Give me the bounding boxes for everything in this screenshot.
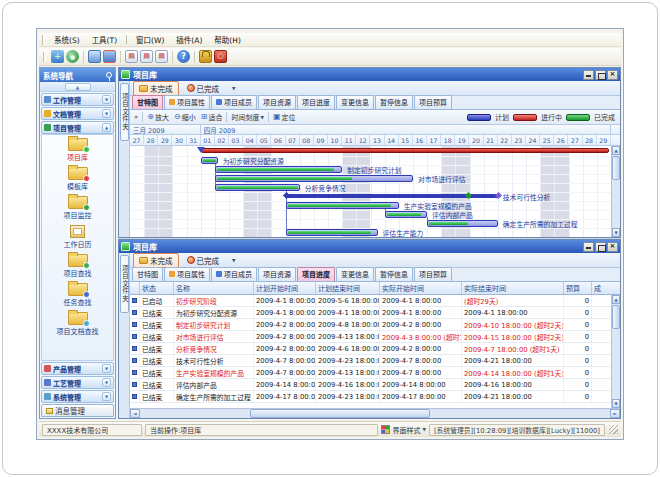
gantt-vertical-scrollbar[interactable]: ▲ ▼ bbox=[611, 146, 620, 237]
subtab-项目资源[interactable]: 项目资源 bbox=[258, 267, 296, 281]
chevron-down-icon[interactable]: ▼ bbox=[102, 392, 111, 401]
resize-grip[interactable] bbox=[609, 425, 618, 434]
gantt-task-bar[interactable] bbox=[286, 229, 378, 236]
doc-check-icon[interactable]: ▤ bbox=[140, 50, 153, 63]
minimize-button[interactable] bbox=[583, 242, 594, 252]
save-icon[interactable] bbox=[103, 50, 116, 63]
sidebar-group-工艺管理[interactable]: 工艺管理▼ bbox=[41, 376, 114, 389]
column-header-名称[interactable]: 名称 bbox=[174, 282, 254, 294]
table-row[interactable]: 已结束制定初步研究计划2009-4-2 8:00:002009-4-8 18:0… bbox=[130, 319, 611, 331]
menu-system[interactable]: 系统(S) bbox=[48, 33, 86, 46]
table-row[interactable]: 已结束为初步研究分配资源2009-4-1 8:00:002009-4-1 18:… bbox=[130, 307, 611, 319]
menubar-grip[interactable] bbox=[42, 35, 45, 45]
gantt-task-bar[interactable] bbox=[215, 184, 300, 191]
chevron-down-icon[interactable]: ▼ bbox=[232, 86, 235, 91]
menu-help[interactable]: 帮助(H) bbox=[208, 33, 247, 46]
restore-button[interactable] bbox=[595, 242, 606, 252]
zoom-in-button[interactable]: ⊕放大 bbox=[146, 112, 170, 122]
subtab-暂停信息[interactable]: 暂停信息 bbox=[375, 267, 413, 281]
exit-icon[interactable]: ○ bbox=[214, 50, 227, 63]
tab-已完成[interactable]: 已完成 bbox=[181, 253, 226, 268]
tab-已完成[interactable]: 已完成 bbox=[181, 81, 226, 96]
help-icon[interactable]: ? bbox=[177, 50, 190, 63]
subtab-甘特图[interactable]: 甘特图 bbox=[132, 95, 163, 109]
doc-export-icon[interactable]: ▤ bbox=[125, 50, 138, 63]
sidebar-item-项目库[interactable]: 项目库 bbox=[42, 138, 113, 167]
chevron-up-icon[interactable]: ▲ bbox=[102, 123, 111, 132]
folder-open-icon[interactable] bbox=[88, 50, 101, 63]
subtab-项目进度[interactable]: 项目进度 bbox=[297, 95, 335, 109]
gantt-canvas[interactable]: 为初步研究分配资源制定初步研究计划对市场进行评估分析竞争情况技术可行性分析生产实… bbox=[130, 146, 611, 237]
sidebar-item-项目查找[interactable]: 项目查找 bbox=[42, 254, 113, 283]
locate-button[interactable]: ▣定位 bbox=[272, 112, 297, 122]
menu-tools[interactable]: 工具(T) bbox=[86, 33, 123, 46]
column-header-计划结束时间[interactable]: 计划结束时间 bbox=[316, 282, 380, 294]
column-header-实际开始时间[interactable]: 实际开始时间 bbox=[380, 282, 462, 294]
fit-button[interactable]: ⊞适合 bbox=[200, 112, 224, 122]
tab-未完成[interactable]: 未完成 bbox=[133, 253, 179, 268]
more-button[interactable]: » bbox=[133, 113, 139, 121]
restore-button[interactable] bbox=[595, 70, 606, 80]
sidebar-tab-messages[interactable]: 消息管理 bbox=[41, 404, 114, 417]
column-header-实际结束时间[interactable]: 实际结束时间 bbox=[462, 282, 564, 294]
column-header-成[interactable]: 成 bbox=[592, 282, 620, 294]
sidebar-item-工作日历[interactable]: 工作日历 bbox=[42, 225, 113, 254]
chevron-down-icon[interactable]: ▼ bbox=[232, 258, 235, 263]
sidebar-item-项目监控[interactable]: 项目监控 bbox=[42, 196, 113, 225]
table-window-titlebar[interactable]: 项目库 × bbox=[119, 240, 620, 253]
subtab-项目资源[interactable]: 项目资源 bbox=[258, 95, 296, 109]
gantt-task-bar[interactable] bbox=[385, 211, 427, 218]
column-header-计划开始时间[interactable]: 计划开始时间 bbox=[254, 282, 316, 294]
timeline-marker-icon[interactable] bbox=[197, 147, 205, 153]
chevron-down-icon[interactable]: ▼ bbox=[102, 364, 111, 373]
chevron-down-icon[interactable]: ▼ bbox=[102, 95, 111, 104]
new-window-icon[interactable]: + bbox=[51, 50, 64, 63]
subtab-项目成员[interactable]: 项目成员 bbox=[211, 95, 257, 109]
pin-icon[interactable] bbox=[106, 72, 112, 78]
close-button[interactable]: × bbox=[607, 70, 618, 80]
gantt-task-bar[interactable] bbox=[286, 202, 399, 209]
globe-icon[interactable]: ● bbox=[66, 50, 79, 63]
gantt-task-bar[interactable] bbox=[215, 166, 342, 173]
gantt-task-bar[interactable] bbox=[427, 220, 498, 227]
sidebar-group-项目管理[interactable]: 项目管理▲ bbox=[41, 121, 114, 134]
subtab-项目预算[interactable]: 项目预算 bbox=[414, 267, 452, 281]
sidebar-item-任务查找[interactable]: 任务查找 bbox=[42, 283, 113, 312]
scroll-down-icon[interactable]: ▼ bbox=[612, 399, 620, 408]
tab-未完成[interactable]: 未完成 bbox=[133, 81, 179, 96]
close-button[interactable]: × bbox=[607, 242, 618, 252]
scroll-up-icon[interactable]: ▲ bbox=[612, 146, 620, 155]
subtab-项目属性[interactable]: 项目属性 bbox=[164, 95, 210, 109]
gantt-project-bar[interactable] bbox=[201, 148, 609, 153]
subtab-暂停信息[interactable]: 暂停信息 bbox=[375, 95, 413, 109]
menu-plugins[interactable]: 插件(A) bbox=[170, 33, 208, 46]
collapse-button[interactable]: ▲ bbox=[65, 83, 91, 91]
sidebar-item-模板库[interactable]: 模板库 bbox=[42, 167, 113, 196]
zoom-out-button[interactable]: ⊖缩小 bbox=[173, 112, 197, 122]
subtab-项目进度[interactable]: 项目进度 bbox=[297, 267, 335, 281]
chevron-down-icon[interactable]: ▼ bbox=[102, 378, 111, 387]
lock-icon[interactable] bbox=[199, 50, 212, 63]
column-header-状态[interactable]: 状态 bbox=[140, 282, 174, 294]
gantt-task-bar[interactable] bbox=[201, 157, 218, 164]
gantt-task-bar[interactable] bbox=[215, 175, 413, 182]
subtab-项目成员[interactable]: 项目成员 bbox=[211, 267, 257, 281]
menu-window[interactable]: 窗口(W) bbox=[130, 33, 170, 46]
table-row[interactable]: 已启动初步研究阶段2009-4-1 8:00:002009-5-6 18:00:… bbox=[130, 295, 611, 307]
column-header-预算[interactable]: 预算 bbox=[564, 282, 592, 294]
sidebar-group-产品管理[interactable]: 产品管理▼ bbox=[41, 362, 114, 375]
table-row[interactable]: 已结束分析竞争情况2009-4-2 8:00:002009-4-6 18:00:… bbox=[130, 343, 611, 355]
table-vertical-scrollbar[interactable]: ▲ ▼ bbox=[611, 295, 620, 408]
project-folder-vertical-tab[interactable]: 项目文件夹 bbox=[120, 83, 129, 141]
timescale-button[interactable]: 时间刻度▼ bbox=[230, 112, 264, 122]
sidebar-group-文档管理[interactable]: 文档管理▼ bbox=[41, 107, 114, 120]
doc-delete-icon[interactable]: ▤ bbox=[155, 50, 168, 63]
sidebar-group-系统管理[interactable]: 系统管理▼ bbox=[41, 390, 114, 403]
table-row[interactable]: 已结束评估内部产品2009-4-14 8:00:002009-4-16 18:0… bbox=[130, 379, 611, 391]
scroll-up-icon[interactable]: ▲ bbox=[612, 295, 620, 304]
scrollbar-thumb[interactable] bbox=[612, 156, 620, 180]
table-row[interactable]: 已结束生产实验室规模的产品2009-4-7 8:00:002009-4-13 1… bbox=[130, 367, 611, 379]
column-header-gutter[interactable] bbox=[130, 282, 140, 294]
sidebar-group-工作管理[interactable]: 工作管理▼ bbox=[41, 93, 114, 106]
table-row[interactable]: 已结束技术可行性分析2009-4-7 8:00:002009-4-23 18:0… bbox=[130, 355, 611, 367]
